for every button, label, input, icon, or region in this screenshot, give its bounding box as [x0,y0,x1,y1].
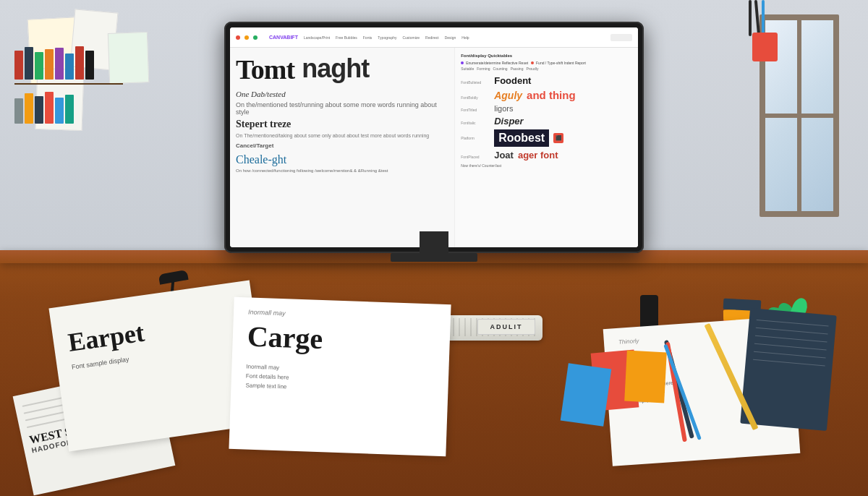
font-sample-andthing: and thing [527,89,576,101]
font-ligors-label: FontTitled [461,108,490,112]
font-sample-roobest: Roobest [494,129,549,147]
paper3-label: Thinorly [618,338,639,346]
right-panel-footer: Now there's/ Counter/last [461,163,632,168]
screen-minimize-dot [244,35,249,40]
screen-nav-link-5: Customize [402,35,420,40]
screen-nav-link-7: Design [445,35,456,40]
screen-nav-link-6: Redirect [425,35,439,40]
font-foodent-label: FontBulleted [461,80,490,85]
rp-item-2: Fund / Type-shift Indent Report [531,61,586,65]
font-row-2: FontBoldly Aguly and thing [461,89,632,101]
screen-left-panel: Tomt naght One Dab/tested On the/mention… [230,48,454,247]
font-aguly-label: FontBoldly [461,95,490,100]
font-sample-aguly: Aguly [494,90,522,101]
screen-close-dot [236,35,240,40]
monitor-frame: CANVABIFT Landscape/Print Free Bubbles F… [224,22,644,253]
rp-item-1: Enumerate/determine Reflective Reset [461,61,528,65]
font-row-3: FontTitled ligors [461,104,632,113]
right-panel-title: Font/display Quicktables [461,54,632,58]
font-joat-label: FontPlaced [461,155,490,159]
font-hero-row: Tomt naght [236,54,448,85]
color-paper-blue [561,363,612,427]
screen-nav-link-8: Help [461,35,469,40]
font-sample-naght: naght [302,54,369,85]
font-sample-cheale: Cheale-ght [236,153,448,166]
cancel-label: Cancel/Target [236,142,448,149]
monitor: CANVABIFT Landscape/Print Free Bubbles F… [224,22,644,268]
screen-maximize-dot [253,35,258,40]
font-subtitle-area: One Dab/tested On the/mentioned test/run… [236,90,448,116]
screen-nav-link-4: Typography [378,35,396,40]
bookshelf [14,43,123,188]
font-sample-stepert: Stepert treze [236,119,448,130]
pen-3 [762,0,765,36]
font-sample-joat: Joat [494,150,514,161]
rp-dot-1 [461,61,464,64]
rp-text-2: Fund / Type-shift Indent Report [536,61,586,65]
screen-nav-items: CANVABIFT Landscape/Print Free Bubbles F… [269,35,606,40]
paper-large-2: Inormall may Carge Inormall may Font det… [229,297,451,456]
right-panel-list-mid: Suitable Forming Counting Passing Proudl… [461,67,632,71]
font-row-1: FontBulleted Foodent [461,75,632,86]
font-row-4: FontItalic Disper [461,116,632,127]
font-row-6: FontPlaced Joat ager font [461,150,632,161]
rp-col-3: Counting [493,67,508,71]
screen-main: Tomt naght One Dab/tested On the/mention… [230,48,638,247]
font-desc-bottom: On how /connected/functioning following … [236,168,448,175]
font-sample-foodent: Foodent [494,75,531,86]
icon-symbol: ⬛ [556,135,562,141]
screen-nav-link-1: Landscape/Print [304,35,330,40]
nb-line-2 [756,328,828,335]
font-disper-label: FontItalic [461,121,490,125]
scene: CANVABIFT Landscape/Print Free Bubbles F… [0,0,868,496]
pen-holder [749,11,781,61]
font-roobest-label: Platform [461,136,490,140]
desk-papers: WEST SIDE HADOFONT Earpet Font sample di… [0,315,868,496]
rp-dot-2 [531,61,534,64]
paper1-title: Earpet [66,317,146,358]
font-sample-tomt: Tomt [236,54,294,85]
nb-line-1 [757,320,829,327]
nb-line-5 [754,351,826,359]
monitor-base [391,253,477,262]
rp-text-1: Enumerate/determine Reflective Reset [466,61,528,65]
screen-search[interactable] [610,34,632,41]
monitor-screen: CANVABIFT Landscape/Print Free Bubbles F… [230,27,638,247]
font-sample-ligors: ligors [494,104,513,113]
paper2-label: Inormall may [248,309,286,317]
nb-line-6 [753,359,825,367]
rp-col-2: Forming [477,67,490,71]
notebook [740,308,836,431]
font-desc-body: On The/mentioned/taking about some only … [236,132,448,140]
font-samples-right: FontBulleted Foodent FontBoldly Aguly an… [461,75,632,161]
font-desc-text: On the/mentioned test/running about some… [236,101,448,116]
paper2-title: Carge [247,320,323,356]
screen-nav-link-3: Fonts [363,35,373,40]
screen-nav-logo: CANVABIFT [269,35,298,40]
nb-line-4 [754,343,827,351]
rp-col-1: Suitable [461,67,474,71]
screen-navbar: CANVABIFT Landscape/Print Free Bubbles F… [230,27,638,48]
paper2-body: Inormall may Font details here Sample te… [245,362,289,391]
pen-cup [752,33,778,61]
screen-content: CANVABIFT Landscape/Print Free Bubbles F… [230,27,638,247]
right-panel-list-top: Enumerate/determine Reflective Reset Fun… [461,61,632,65]
color-paper-orange [624,351,667,403]
rp-col-5: Proudly [526,67,538,71]
screen-right-panel: Font/display Quicktables Enumerate/deter… [454,48,638,247]
pen-1 [749,0,752,36]
font-roobest-icon: ⬛ [553,133,563,143]
monitor-neck [420,231,448,253]
font-sample-ager: ager font [518,150,558,161]
rp-col-4: Passing [511,67,524,71]
font-subtitle-text: One Dab/tested [236,90,448,98]
paper1-subtitle: Font sample display [71,356,129,371]
font-row-5: Platform Roobest ⬛ [461,129,632,147]
notebook-lines [744,308,837,385]
font-sample-disper: Disper [494,116,523,127]
nb-line-3 [755,335,827,343]
screen-nav-link-2: Free Bubbles [336,35,357,40]
